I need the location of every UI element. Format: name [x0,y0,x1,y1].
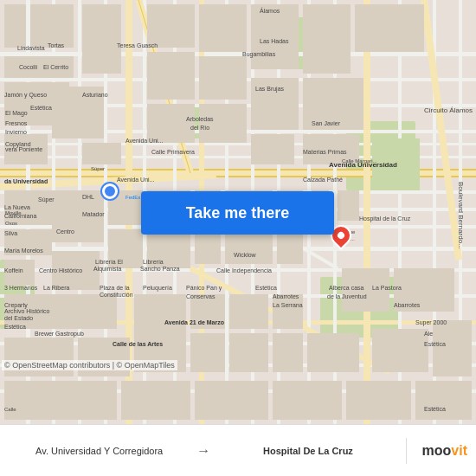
svg-rect-48 [4,4,26,48]
svg-rect-90 [4,338,74,376]
svg-rect-51 [82,4,121,74]
svg-rect-87 [251,134,294,164]
svg-rect-99 [307,333,359,372]
svg-rect-102 [195,381,268,420]
svg-text:Pánico Pan y: Pánico Pan y [186,285,222,292]
svg-text:Matador: Matador [82,211,105,217]
map-container: Lindavista Álamos Las Hadas Bugambilias … [0,0,476,424]
svg-text:Centro Histórico: Centro Histórico [39,267,82,273]
svg-rect-83 [303,4,351,74]
svg-rect-95 [273,294,303,329]
svg-text:Librería El: Librería El [95,259,123,265]
svg-text:del Río: del Río [190,125,209,131]
svg-text:Tortas: Tortas [48,42,65,48]
svg-rect-55 [82,143,121,164]
svg-rect-80 [199,56,247,100]
svg-rect-70 [277,229,303,264]
moovit-logo: moovit [422,443,467,459]
svg-rect-101 [121,381,190,420]
svg-text:Súper: Súper [38,196,55,203]
svg-text:San Javier: San Javier [312,120,341,126]
svg-text:Estética: Estética [424,406,446,412]
svg-text:Circuito Álamos: Circuito Álamos [424,106,473,114]
moovit-logo-text: moovit [422,443,467,459]
svg-text:Calle: Calle [4,407,16,412]
svg-text:DHL: DHL [82,194,94,200]
svg-rect-79 [199,4,247,52]
svg-text:FedEx: FedEx [125,195,140,200]
svg-text:Lindavista: Lindavista [17,45,45,51]
svg-text:de la Juventud: de la Juventud [327,293,367,299]
svg-rect-72 [338,190,359,221]
take-me-there-button[interactable]: Take me there [141,191,334,235]
moovit-logo-part1: moo [422,443,452,458]
svg-text:Estética: Estética [255,285,277,291]
svg-rect-94 [229,294,268,329]
svg-text:Alberca casa: Alberca casa [329,285,364,291]
svg-text:Jamón y Queso: Jamón y Queso [4,92,47,99]
svg-text:Hospital de la Cruz: Hospital de la Cruz [359,215,411,222]
svg-text:El Mago: El Mago [5,110,28,117]
svg-rect-98 [273,333,303,372]
svg-text:Teresa Guasch: Teresa Guasch [117,42,158,48]
svg-text:Constitución: Constitución [100,292,133,298]
moovit-logo-part2: vit [451,443,467,458]
svg-text:da Universidad: da Universidad [4,178,48,184]
svg-text:Materias Primas: Materias Primas [303,149,347,155]
svg-text:Calle Independencia: Calle Independencia [216,267,272,274]
svg-rect-103 [273,381,342,420]
svg-text:del Estado: del Estado [4,315,33,321]
svg-text:Bugambilias: Bugambilias [242,51,276,58]
svg-text:Brewer Gastropub: Brewer Gastropub [35,331,84,338]
svg-text:El Cerrito: El Cerrito [43,64,68,70]
svg-text:Avenida 21 de Marzo: Avenida 21 de Marzo [164,319,224,325]
origin-marker [102,183,118,199]
svg-text:Archivo Histórico: Archivo Histórico [4,308,50,314]
divider [406,438,407,464]
svg-text:Alquimista: Alquimista [93,266,121,273]
svg-rect-97 [229,333,268,372]
svg-text:Plaza de la: Plaza de la [100,285,130,291]
svg-rect-10 [0,52,476,56]
svg-text:Estética: Estética [424,341,446,347]
svg-text:Las Hadas: Las Hadas [260,38,289,44]
svg-text:La Pastora: La Pastora [372,285,402,291]
svg-rect-66 [195,229,221,264]
svg-text:Peluquería: Peluquería [143,285,172,292]
svg-rect-100 [4,381,117,420]
svg-text:La Ribera: La Ribera [43,285,69,291]
svg-text:Sancho Panza: Sancho Panza [140,266,180,272]
svg-rect-82 [251,4,299,69]
svg-text:Invierno: Invierno [5,129,27,135]
svg-rect-77 [147,52,195,100]
route-destination: Hospital De La Cruz [217,446,398,456]
svg-text:La Serrana: La Serrana [273,302,303,308]
svg-text:Silva: Silva [4,230,17,236]
map-attribution: © OpenStreetMap contributors | © OpenMap… [2,360,177,370]
svg-text:Calle de las Artes: Calle de las Artes [113,341,163,347]
svg-rect-68 [225,229,273,264]
svg-rect-81 [199,104,247,143]
svg-text:María Morelos: María Morelos [4,248,43,254]
svg-text:Estética: Estética [30,105,52,111]
svg-text:Calzada Pathé: Calzada Pathé [303,177,343,183]
button-label: Take me there [186,204,290,222]
svg-rect-49 [30,4,74,48]
svg-text:Avenida Uni...: Avenida Uni... [117,177,155,183]
svg-text:Abarrotes: Abarrotes [394,302,421,308]
svg-text:Centro: Centro [56,228,74,235]
route-arrow-icon: → [196,443,210,459]
route-origin: Av. Universidad Y Corregidora [9,446,190,456]
svg-rect-96 [190,333,225,372]
svg-rect-76 [147,4,195,48]
svg-text:Koffein: Koffein [4,267,23,273]
svg-text:Calle Margari...: Calle Margari... [342,158,377,164]
svg-text:Boulevard Bernardo...: Boulevard Bernardo... [457,182,465,249]
svg-rect-105 [415,381,472,420]
svg-rect-107 [433,320,472,376]
svg-text:La Nueva: La Nueva [4,204,30,210]
svg-rect-84 [355,4,424,52]
svg-text:Súper: Súper [91,166,105,171]
svg-text:Las Brujas: Las Brujas [255,86,285,93]
svg-text:Avenida Uni...: Avenida Uni... [125,138,164,144]
